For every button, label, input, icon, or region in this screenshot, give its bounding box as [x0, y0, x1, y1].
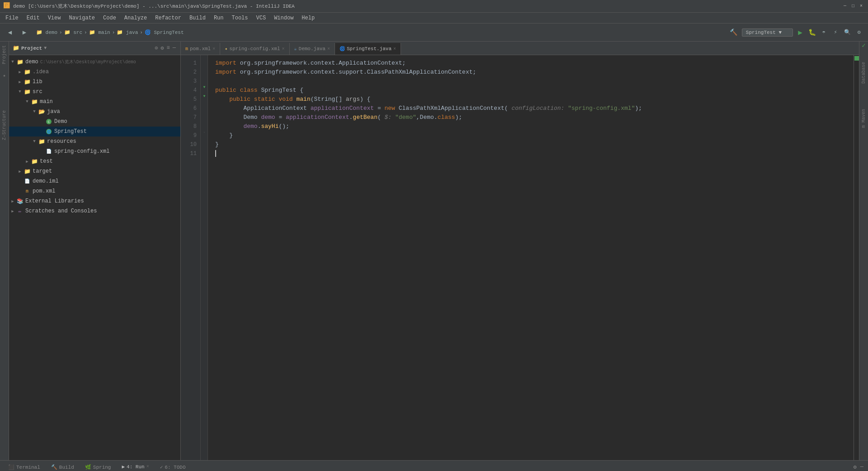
demo-java-tab-close[interactable]: × — [327, 47, 330, 52]
tree-item-java[interactable]: ▼ 📂 java — [9, 107, 180, 117]
tree-label-pom-xml: pom.xml — [33, 188, 55, 194]
run-button[interactable]: ▶ — [795, 27, 806, 38]
todo-tab-icon: ✓ — [160, 464, 163, 470]
test-folder-icon: 📁 — [31, 158, 38, 165]
menu-run[interactable]: Run — [210, 14, 227, 22]
close-button[interactable]: × — [858, 3, 864, 9]
tree-item-target[interactable]: ▶ 📁 target — [9, 166, 180, 176]
method-fold-arrow[interactable]: ▼ — [201, 91, 208, 100]
tab-pom-xml[interactable]: m pom.xml × — [181, 43, 220, 55]
validation-bar — [854, 55, 859, 460]
run-tab-close[interactable]: × — [146, 464, 149, 469]
tab-spring-config[interactable]: ✦ spring-config.xml × — [220, 43, 289, 55]
demo-java-icon: C — [45, 119, 52, 124]
profile-button[interactable]: ⚡ — [830, 27, 841, 38]
debug-button[interactable]: 🐛 — [807, 27, 817, 38]
bottom-minimize-icon[interactable]: ─ — [859, 463, 864, 471]
toolbar-build-button[interactable]: 🔨 — [727, 26, 740, 39]
toolbar-forward-button[interactable]: ▶ — [18, 26, 31, 39]
menu-code[interactable]: Code — [99, 14, 120, 22]
menu-tools[interactable]: Tools — [228, 14, 252, 22]
breadcrumb-springtest[interactable]: 🌀 SpringTest — [145, 29, 184, 35]
validation-ok-indicator — [854, 56, 859, 61]
project-gear-icon[interactable]: ⚙ — [160, 44, 165, 52]
project-locate-icon[interactable]: ⊙ — [154, 44, 159, 52]
spring-tab-icon: 🌿 — [85, 464, 91, 470]
tree-item-main[interactable]: ▼ 📁 main — [9, 97, 180, 107]
demo-folder-icon: 📁 — [16, 59, 24, 66]
tree-item-ext-libs[interactable]: ▶ 📚 External Libraries — [9, 196, 180, 206]
springtest-tab-close[interactable]: × — [393, 47, 396, 52]
breadcrumb-demo[interactable]: 📁 demo — [36, 29, 57, 35]
tree-item-demo[interactable]: ▼ 📁 demo C:\Users\览木\Desktop\myProject\d… — [9, 57, 180, 67]
line-numbers: 1 2 3 4 5 6 7 8 9 10 11 — [181, 55, 201, 460]
menu-vcs[interactable]: VCS — [253, 14, 270, 22]
terminal-icon: ⬛ — [8, 464, 14, 470]
menu-view[interactable]: View — [44, 14, 65, 22]
toolbar-back-button[interactable]: ◀ — [4, 26, 16, 39]
breadcrumb-main[interactable]: 📁 main — [89, 29, 110, 35]
tree-label-demo-iml: demo.iml — [33, 178, 59, 184]
tree-label-test: test — [40, 158, 53, 165]
pom-tab-close[interactable]: × — [212, 47, 215, 52]
scratches-icon: ✏ — [16, 208, 24, 215]
tree-item-resources[interactable]: ▼ 📁 resources — [9, 137, 180, 146]
run-config-area: 🔨 SpringTest ▼ ▶ 🐛 ☂ ⚡ 🔍 ⚙ — [727, 26, 864, 39]
title-bar-left: 🅿 demo [C:\Users\览木\Desktop\myProject\de… — [4, 3, 295, 9]
tab-run[interactable]: ▶ 4: Run × — [117, 462, 153, 471]
title-bar-controls: ─ □ × — [842, 3, 864, 9]
project-panel: 📁 Project ▼ ⊙ ⚙ ≡ ─ ▼ 📁 demo C:\Users\览木… — [9, 42, 181, 460]
tab-springtest-java[interactable]: 🌀 SpringTest.java × — [335, 43, 401, 55]
maven-panel-toggle[interactable]: m Maven — [860, 105, 867, 132]
tree-item-spring-config[interactable]: 📄 spring-config.xml — [9, 146, 180, 156]
menu-help[interactable]: Help — [298, 14, 318, 22]
tab-build[interactable]: 🔨 Build — [47, 462, 79, 471]
tree-item-demo-java[interactable]: C Demo — [9, 117, 180, 127]
run-controls: ▶ 🐛 ☂ ⚡ 🔍 ⚙ — [795, 27, 864, 38]
spring-config-tab-close[interactable]: × — [282, 47, 285, 52]
block-fold-arrow[interactable]: · — [201, 127, 208, 137]
tree-item-idea[interactable]: ▶ 📁 .idea — [9, 67, 180, 77]
database-panel-toggle[interactable]: Database — [860, 58, 867, 87]
search-everywhere-button[interactable]: 🔍 — [842, 27, 853, 38]
class-fold-arrow[interactable]: ▼ — [201, 82, 208, 91]
tree-item-scratches[interactable]: ▶ ✏ Scratches and Consoles — [9, 206, 180, 216]
tree-item-pom-xml[interactable]: m pom.xml — [9, 186, 180, 196]
tree-label-demo: demo — [25, 59, 38, 65]
tree-item-lib[interactable]: ▶ 📁 lib — [9, 77, 180, 87]
demo-java-tab-icon: ☕ — [294, 46, 297, 52]
project-settings-icon[interactable]: ≡ — [166, 44, 171, 52]
breadcrumb-src[interactable]: 📁 src — [64, 29, 82, 35]
code-editor: 1 2 3 4 5 6 7 8 9 10 11 ▼ ▼ — [181, 55, 859, 460]
toolbar: ◀ ▶ 📁 demo › 📁 src › 📁 main › 📁 java › 🌀… — [0, 24, 868, 42]
favorites-icon[interactable]: ★ — [0, 71, 9, 80]
project-panel-toggle[interactable]: Project — [1, 42, 8, 68]
minimize-button[interactable]: ─ — [842, 3, 848, 9]
menu-window[interactable]: Window — [270, 14, 297, 22]
tree-item-demo-iml[interactable]: 📄 demo.iml — [9, 176, 180, 186]
tab-spring[interactable]: 🌿 Spring — [80, 462, 116, 471]
run-configuration-dropdown[interactable]: SpringTest ▼ — [742, 28, 793, 37]
structure-panel-toggle[interactable]: Z-Structure — [1, 107, 8, 144]
breadcrumb-java[interactable]: 📁 java — [117, 29, 138, 35]
bottom-settings-icon[interactable]: ⚙ — [853, 463, 858, 471]
menu-build[interactable]: Build — [186, 14, 209, 22]
code-content[interactable]: import org.springframework.context.Appli… — [208, 55, 854, 460]
demo-iml-icon: 📄 — [24, 179, 31, 184]
project-collapse-icon[interactable]: ─ — [172, 44, 177, 52]
tab-demo-java[interactable]: ☕ Demo.java × — [290, 43, 335, 55]
far-left-panel: Project ★ Z-Structure — [0, 42, 9, 460]
menu-file[interactable]: File — [2, 14, 22, 22]
menu-edit[interactable]: Edit — [23, 14, 43, 22]
tree-item-test[interactable]: ▶ 📁 test — [9, 156, 180, 166]
tab-terminal[interactable]: ⬛ Terminal — [4, 462, 45, 471]
menu-refactor[interactable]: Refactor — [151, 14, 185, 22]
menu-analyze[interactable]: Analyze — [121, 14, 151, 22]
tree-item-springtest[interactable]: 🌀 SpringTest — [9, 127, 180, 137]
coverage-button[interactable]: ☂ — [818, 27, 829, 38]
settings-button[interactable]: ⚙ — [854, 27, 864, 38]
menu-navigate[interactable]: Navigate — [65, 14, 99, 22]
tab-todo[interactable]: ✓ 6: TODO — [156, 462, 190, 471]
tree-item-src[interactable]: ▼ 📁 src — [9, 87, 180, 97]
maximize-button[interactable]: □ — [850, 3, 856, 9]
